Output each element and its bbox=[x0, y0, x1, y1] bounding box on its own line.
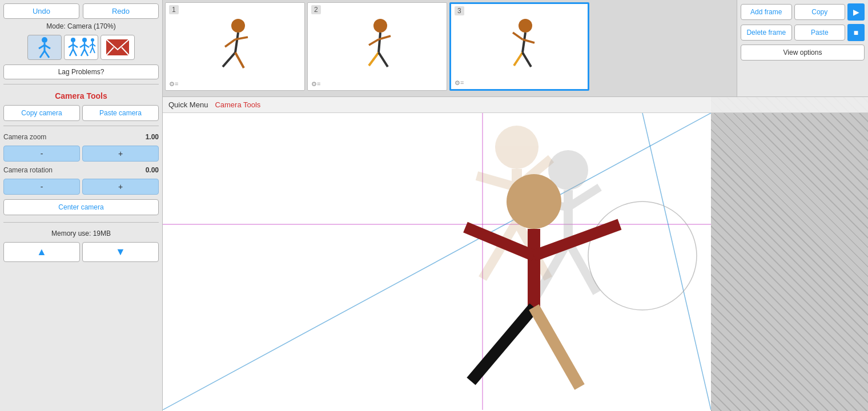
quick-menu-label: Quick Menu bbox=[168, 100, 208, 109]
svg-line-43 bbox=[514, 53, 523, 66]
arrow-up-button[interactable]: ▲ bbox=[3, 242, 80, 262]
camera-tools-title: Camera Tools bbox=[3, 91, 159, 100]
svg-line-38 bbox=[379, 53, 388, 67]
right-panel: Add frame Copy ▶ Delete frame Paste ■ Vi… bbox=[737, 0, 868, 96]
canvas-background bbox=[163, 97, 711, 411]
camera-tools-link[interactable]: Camera Tools bbox=[215, 100, 260, 109]
mode-label: Mode: Camera (170%) bbox=[3, 22, 159, 30]
letter-tool[interactable] bbox=[101, 35, 135, 60]
center-camera-button[interactable]: Center camera bbox=[3, 199, 159, 215]
camera-rotation-row: Camera rotation 0.00 bbox=[3, 166, 159, 174]
camera-zoom-value: 1.00 bbox=[146, 133, 159, 141]
divider-1 bbox=[3, 84, 159, 84]
tool-icons-row bbox=[3, 35, 159, 60]
memory-label: Memory use: 19MB bbox=[3, 229, 159, 237]
delete-paste-row: Delete frame Paste ■ bbox=[741, 24, 865, 41]
undo-redo-row: Undo Redo bbox=[3, 3, 159, 19]
canvas-hatch bbox=[711, 97, 868, 411]
frame-3-figure bbox=[451, 4, 588, 89]
copy-button[interactable]: Copy bbox=[794, 4, 846, 20]
paste-camera-button[interactable]: Paste camera bbox=[82, 105, 159, 121]
arrow-down-icon: ▼ bbox=[115, 246, 126, 258]
svg-point-6 bbox=[71, 38, 75, 42]
svg-line-22 bbox=[90, 47, 93, 53]
svg-line-10 bbox=[70, 49, 73, 56]
arrow-buttons-row: ▲ ▼ bbox=[3, 242, 159, 262]
square-icon: ■ bbox=[854, 28, 858, 37]
rotation-pm-row: - + bbox=[3, 179, 159, 195]
undo-button[interactable]: Undo bbox=[3, 3, 79, 19]
camera-rotation-value: 0.00 bbox=[146, 166, 159, 174]
left-panel: Undo Redo Mode: Camera (170%) bbox=[0, 0, 163, 411]
main-area: 1 ⚙= 2 bbox=[163, 0, 868, 411]
camera-buttons-row: Copy camera Paste camera bbox=[3, 105, 159, 121]
svg-line-32 bbox=[235, 53, 244, 68]
svg-line-29 bbox=[225, 39, 235, 47]
divider-3 bbox=[3, 222, 159, 223]
svg-line-41 bbox=[513, 33, 523, 39]
add-copy-row: Add frame Copy ▶ bbox=[741, 3, 865, 21]
frames-area: 1 ⚙= 2 bbox=[163, 0, 737, 96]
square-button[interactable]: ■ bbox=[847, 24, 865, 41]
camera-zoom-label: Camera zoom bbox=[3, 133, 142, 141]
camera-rotation-label: Camera rotation bbox=[3, 166, 142, 174]
single-figure-tool[interactable] bbox=[27, 35, 62, 60]
svg-line-17 bbox=[85, 49, 88, 56]
svg-line-4 bbox=[40, 51, 45, 58]
frame-2-figure bbox=[308, 3, 447, 90]
frame-1-figure bbox=[166, 3, 304, 90]
arrow-down-button[interactable]: ▼ bbox=[82, 242, 159, 262]
svg-point-33 bbox=[373, 19, 387, 33]
svg-line-11 bbox=[73, 49, 77, 56]
frame-2-number: 2 bbox=[311, 5, 321, 14]
view-options-button[interactable]: View options bbox=[741, 45, 865, 61]
delete-frame-button[interactable]: Delete frame bbox=[741, 25, 792, 41]
svg-point-18 bbox=[91, 38, 94, 42]
frame-1-bottom: ⚙= bbox=[169, 80, 178, 88]
play-button[interactable]: ▶ bbox=[847, 3, 865, 21]
add-frame-button[interactable]: Add frame bbox=[741, 4, 792, 20]
svg-line-37 bbox=[369, 53, 379, 66]
svg-line-35 bbox=[369, 39, 379, 45]
svg-point-0 bbox=[42, 37, 47, 43]
frame-2[interactable]: 2 ⚙= bbox=[307, 2, 447, 91]
divider-2 bbox=[3, 126, 159, 126]
rotation-plus-button[interactable]: + bbox=[82, 179, 159, 195]
paste-button[interactable]: Paste bbox=[794, 25, 846, 41]
lag-problems-button[interactable]: Lag Problems? bbox=[3, 65, 159, 79]
zoom-plus-button[interactable]: + bbox=[82, 146, 159, 162]
svg-point-39 bbox=[519, 19, 532, 33]
play-icon: ▶ bbox=[853, 7, 859, 17]
frame-2-bottom: ⚙= bbox=[311, 80, 320, 88]
svg-line-23 bbox=[93, 47, 95, 53]
svg-point-12 bbox=[82, 38, 87, 42]
svg-line-5 bbox=[45, 51, 49, 58]
frame-1-number: 1 bbox=[169, 5, 179, 14]
frame-3-number: 3 bbox=[455, 6, 464, 15]
top-strip: 1 ⚙= 2 bbox=[163, 0, 868, 97]
quick-menu-bar: Quick Menu Camera Tools bbox=[163, 97, 868, 113]
canvas-area[interactable]: Quick Menu Camera Tools bbox=[163, 97, 868, 411]
zoom-pm-row: - + bbox=[3, 146, 159, 162]
redo-button[interactable]: Redo bbox=[83, 3, 159, 19]
svg-line-34 bbox=[379, 33, 380, 53]
arrow-up-icon: ▲ bbox=[37, 246, 47, 258]
camera-zoom-row: Camera zoom 1.00 bbox=[3, 133, 159, 141]
svg-line-16 bbox=[81, 49, 85, 56]
svg-line-28 bbox=[235, 33, 238, 53]
rotation-minus-button[interactable]: - bbox=[3, 179, 80, 195]
zoom-minus-button[interactable]: - bbox=[3, 146, 80, 162]
svg-line-31 bbox=[223, 53, 235, 67]
svg-point-27 bbox=[231, 19, 245, 33]
svg-line-40 bbox=[523, 33, 525, 53]
copy-camera-button[interactable]: Copy camera bbox=[3, 105, 80, 121]
multi-figure-tool[interactable] bbox=[64, 35, 98, 60]
frame-1[interactable]: 1 ⚙= bbox=[165, 2, 305, 91]
frame-3-bottom: ⚙= bbox=[455, 79, 464, 87]
svg-line-44 bbox=[523, 53, 531, 67]
frame-3[interactable]: 3 ⚙= bbox=[449, 2, 589, 91]
